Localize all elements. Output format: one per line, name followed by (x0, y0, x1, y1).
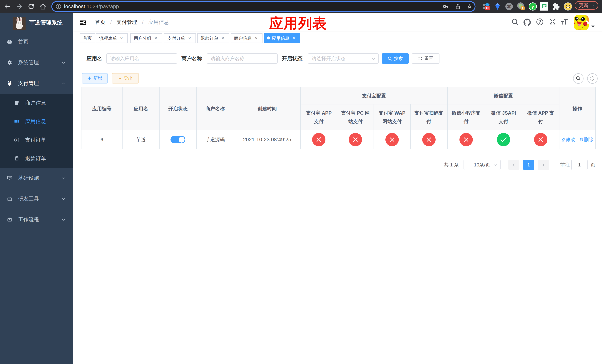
svg-text:y: y (531, 4, 534, 9)
svg-text:1: 1 (522, 7, 524, 10)
svg-text:¥: ¥ (16, 139, 17, 141)
svg-text:⌘: ⌘ (507, 4, 511, 9)
svg-text:10: 10 (485, 6, 489, 10)
